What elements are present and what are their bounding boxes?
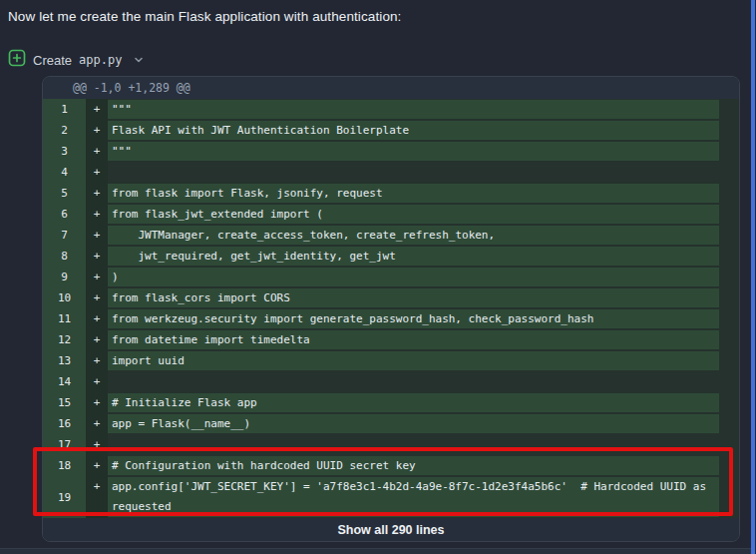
diff-line: 9+)	[43, 267, 739, 287]
scrollbar[interactable]	[751, 0, 755, 554]
diff-add-marker: +	[86, 455, 108, 476]
diff-line-number: 13	[43, 350, 86, 371]
diff-rows: 1+"""2+Flask API with JWT Authentication…	[43, 99, 739, 518]
diff-code-text: import uuid	[108, 351, 719, 370]
diff-add-marker: +	[86, 99, 108, 120]
diff-add-marker: +	[86, 204, 108, 225]
diff-add-marker: +	[86, 287, 108, 308]
diff-add-marker: +	[86, 183, 108, 204]
diff-line-number: 7	[43, 225, 86, 246]
diff-line-number: 6	[43, 204, 86, 225]
diff-code-text	[108, 435, 719, 454]
diff-code-text	[108, 372, 719, 391]
diff-code-text: app.config['JWT_SECRET_KEY'] = 'a7f8e3c1…	[108, 477, 719, 517]
diff-line: 16+app = Flask(__name__)	[43, 413, 739, 434]
diff-line-number: 2	[43, 120, 86, 141]
diff-line-number: 17	[43, 434, 86, 455]
diff-code-text: app = Flask(__name__)	[108, 414, 719, 433]
diff-line-number: 8	[43, 246, 86, 267]
diff-line: 8+ jwt_required, get_jwt_identity, get_j…	[43, 246, 739, 267]
diff-line: 3+"""	[43, 141, 739, 162]
diff-view: @@ -1,0 +1,289 @@ 1+"""2+Flask API with …	[42, 76, 740, 542]
diff-line: 17+	[43, 434, 739, 455]
chevron-down-icon[interactable]	[133, 54, 145, 66]
diff-add-marker: +	[86, 371, 108, 392]
file-name-label: app.py	[79, 53, 122, 67]
diff-code-text: JWTManager, create_access_token, create_…	[108, 226, 719, 245]
diff-line: 11+from werkzeug.security import generat…	[43, 308, 739, 329]
diff-line: 2+Flask API with JWT Authentication Boil…	[43, 120, 739, 141]
diff-line: 7+ JWTManager, create_access_token, crea…	[43, 225, 739, 246]
bottom-divider	[0, 548, 751, 554]
diff-code-text: jwt_required, get_jwt_identity, get_jwt	[108, 247, 719, 266]
diff-line-number: 12	[43, 329, 86, 350]
diff-add-marker: +	[86, 434, 108, 455]
show-all-lines-button[interactable]: Show all 290 lines	[43, 518, 739, 541]
diff-line: 14+	[43, 371, 739, 392]
diff-line: 6+from flask_jwt_extended import (	[43, 204, 739, 225]
diff-line: 4+	[43, 162, 739, 183]
diff-line: 15+# Initialize Flask app	[43, 392, 739, 413]
diff-line: 1+"""	[43, 99, 739, 120]
diff-code-text	[108, 163, 719, 182]
diff-line-number: 16	[43, 413, 86, 434]
diff-code-text: Flask API with JWT Authentication Boiler…	[108, 121, 719, 140]
diff-code-text: from flask_cors import CORS	[108, 288, 719, 307]
diff-code-text: # Configuration with hardcoded UUID secr…	[108, 456, 719, 475]
diff-code-area: 1+"""2+Flask API with JWT Authentication…	[43, 99, 739, 518]
diff-add-marker: +	[86, 246, 108, 267]
diff-line-number: 10	[43, 287, 86, 308]
file-added-icon	[8, 49, 26, 71]
diff-code-text: from flask_jwt_extended import (	[108, 205, 719, 224]
diff-line-number: 15	[43, 392, 86, 413]
diff-add-marker: +	[86, 225, 108, 246]
diff-code-text: """	[108, 100, 719, 119]
diff-line: 12+from datetime import timedelta	[43, 329, 739, 350]
file-create-header[interactable]: Create app.py	[8, 49, 145, 71]
diff-line-number: 1	[43, 99, 86, 120]
diff-line-number: 5	[43, 183, 86, 204]
diff-line: 13+import uuid	[43, 350, 739, 371]
diff-add-marker: +	[86, 476, 108, 518]
diff-line-number: 3	[43, 141, 86, 162]
diff-line: 5+from flask import Flask, jsonify, requ…	[43, 183, 739, 204]
diff-line-number: 9	[43, 267, 86, 287]
diff-add-marker: +	[86, 141, 108, 162]
diff-code-text: from werkzeug.security import generate_p…	[108, 309, 719, 328]
diff-code-text: """	[108, 142, 719, 161]
diff-line-number: 14	[43, 371, 86, 392]
diff-add-marker: +	[86, 329, 108, 350]
diff-line-number: 18	[43, 455, 86, 476]
diff-add-marker: +	[86, 308, 108, 329]
diff-line: 19+app.config['JWT_SECRET_KEY'] = 'a7f8e…	[43, 476, 739, 518]
diff-code-text: # Initialize Flask app	[108, 393, 719, 412]
diff-hunk-header: @@ -1,0 +1,289 @@	[43, 77, 739, 99]
diff-add-marker: +	[86, 162, 108, 183]
diff-line: 18+# Configuration with hardcoded UUID s…	[43, 455, 739, 476]
diff-code-text: from datetime import timedelta	[108, 330, 719, 349]
chat-message: Now let me create the main Flask applica…	[8, 9, 401, 24]
file-action-label: Create	[33, 53, 72, 68]
diff-add-marker: +	[86, 350, 108, 371]
diff-line: 10+from flask_cors import CORS	[43, 287, 739, 308]
diff-add-marker: +	[86, 267, 108, 287]
diff-line-number: 11	[43, 308, 86, 329]
diff-line-number: 4	[43, 162, 86, 183]
diff-add-marker: +	[86, 392, 108, 413]
diff-code-text: from flask import Flask, jsonify, reques…	[108, 184, 719, 203]
diff-code-text: )	[108, 268, 719, 286]
diff-add-marker: +	[86, 413, 108, 434]
diff-add-marker: +	[86, 120, 108, 141]
diff-line-number: 19	[43, 476, 86, 518]
